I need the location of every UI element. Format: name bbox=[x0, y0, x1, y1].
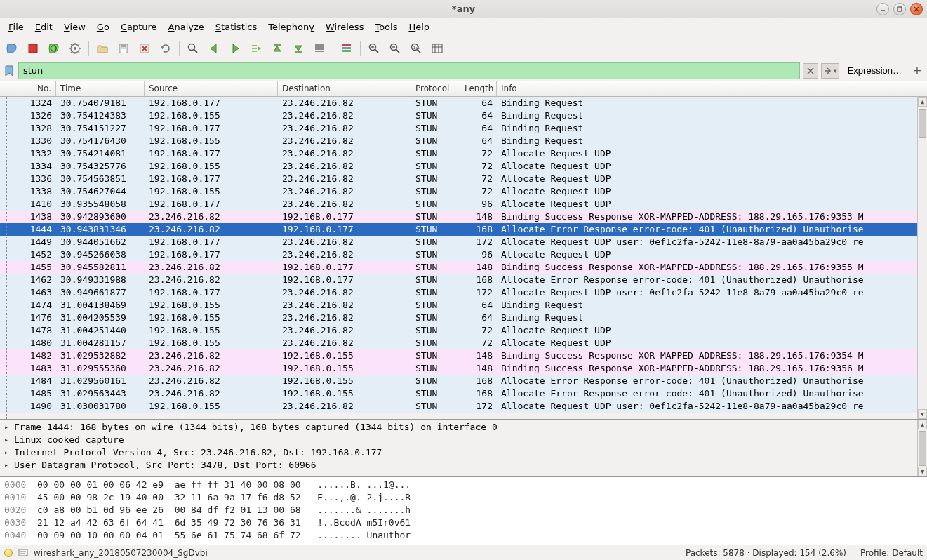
resize-columns-button[interactable] bbox=[428, 39, 446, 58]
tree-expand-icon[interactable]: ▸ bbox=[4, 421, 13, 434]
go-forward-button[interactable] bbox=[226, 39, 244, 58]
add-filter-button[interactable]: + bbox=[910, 63, 924, 79]
packet-row[interactable]: 148531.02956344323.246.216.82192.168.0.1… bbox=[0, 387, 927, 400]
packet-list-body[interactable]: 132430.754079181192.168.0.17723.246.216.… bbox=[0, 97, 927, 419]
column-header-length[interactable]: Length bbox=[460, 81, 497, 96]
packet-bytes-pane[interactable]: 0000 00 00 00 01 00 06 42 e9 ae ff ff 31… bbox=[0, 477, 927, 545]
close-file-button[interactable] bbox=[135, 39, 154, 58]
restart-capture-button[interactable] bbox=[45, 39, 63, 58]
packet-row[interactable]: 145230.945266038192.168.0.17723.246.216.… bbox=[0, 248, 927, 261]
zoom-in-button[interactable] bbox=[365, 39, 383, 58]
goto-first-button[interactable] bbox=[268, 39, 286, 58]
hex-line[interactable]: 0030 21 12 a4 42 63 6f 64 41 6d 35 49 72… bbox=[4, 516, 923, 529]
clear-filter-button[interactable] bbox=[803, 63, 818, 79]
stop-capture-button[interactable] bbox=[24, 39, 42, 58]
column-header-time[interactable]: Time bbox=[56, 81, 145, 96]
reload-file-button[interactable] bbox=[156, 39, 175, 58]
maximize-button[interactable] bbox=[893, 3, 906, 15]
tree-expand-icon[interactable]: ▸ bbox=[4, 459, 13, 472]
column-header-source[interactable]: Source bbox=[145, 81, 278, 96]
packet-row[interactable]: 146230.94933198823.246.216.82192.168.0.1… bbox=[0, 274, 927, 286]
menu-edit[interactable]: Edit bbox=[29, 20, 58, 34]
menu-statistics[interactable]: Statistics bbox=[210, 20, 262, 34]
packet-row[interactable]: 141030.935548058192.168.0.17723.246.216.… bbox=[0, 198, 927, 211]
packet-row[interactable]: 144930.944051662192.168.0.17723.246.216.… bbox=[0, 236, 927, 248]
packet-row[interactable]: 132430.754079181192.168.0.17723.246.216.… bbox=[0, 97, 927, 109]
expert-info-icon[interactable] bbox=[4, 549, 13, 557]
packet-row[interactable]: 133430.754325776192.168.0.15523.246.216.… bbox=[0, 160, 927, 173]
minimize-button[interactable] bbox=[876, 3, 889, 15]
column-header-protocol[interactable]: Protocol bbox=[411, 81, 460, 96]
packet-row[interactable]: 143830.94289360023.246.216.82192.168.0.1… bbox=[0, 211, 927, 223]
detail-tree-item[interactable]: ▸Linux cooked capture bbox=[0, 434, 927, 446]
detail-tree-item[interactable]: ▸User Datagram Protocol, Src Port: 3478,… bbox=[0, 459, 927, 472]
menu-telephony[interactable]: Telephony bbox=[262, 20, 320, 34]
packet-row[interactable]: 132630.754124383192.168.0.15523.246.216.… bbox=[0, 109, 927, 122]
expression-button[interactable]: Expression… bbox=[842, 63, 907, 79]
column-header-no[interactable]: No. bbox=[0, 81, 56, 96]
packet-row[interactable]: 147431.004138469192.168.0.15523.246.216.… bbox=[0, 299, 927, 312]
packet-row[interactable]: 148031.004281157192.168.0.15523.246.216.… bbox=[0, 337, 927, 349]
packet-row[interactable]: 146330.949661877192.168.0.17723.246.216.… bbox=[0, 286, 927, 299]
hex-line[interactable]: 0000 00 00 00 01 00 06 42 e9 ae ff ff 31… bbox=[4, 479, 923, 491]
scroll-thumb[interactable] bbox=[919, 431, 926, 466]
menu-wireless[interactable]: Wireless bbox=[320, 20, 369, 34]
goto-packet-button[interactable] bbox=[247, 39, 265, 58]
packet-row[interactable]: 132830.754151227192.168.0.17723.246.216.… bbox=[0, 122, 927, 135]
detail-tree-item[interactable]: ▸Internet Protocol Version 4, Src: 23.24… bbox=[0, 446, 927, 459]
hex-line[interactable]: 0040 00 09 00 10 00 00 04 01 55 6e 61 75… bbox=[4, 529, 923, 542]
cell-no: 1334 bbox=[0, 160, 56, 173]
menu-file[interactable]: File bbox=[3, 20, 29, 34]
scroll-down-arrow[interactable]: ▼ bbox=[918, 467, 927, 476]
scroll-thumb[interactable] bbox=[919, 109, 926, 138]
open-file-button[interactable] bbox=[93, 39, 112, 58]
zoom-reset-button[interactable]: 1:1 bbox=[407, 39, 425, 58]
packet-row[interactable]: 133230.754214081192.168.0.17723.246.216.… bbox=[0, 147, 927, 160]
goto-last-button[interactable] bbox=[289, 39, 307, 58]
details-scrollbar[interactable]: ▲ ▼ bbox=[917, 420, 927, 476]
packet-row[interactable]: 133830.754627044192.168.0.15523.246.216.… bbox=[0, 185, 927, 198]
capture-options-button[interactable] bbox=[66, 39, 84, 58]
packet-row[interactable]: 133030.754176430192.168.0.15523.246.216.… bbox=[0, 135, 927, 147]
detail-tree-item[interactable]: ▸Frame 1444: 168 bytes on wire (1344 bit… bbox=[0, 421, 927, 434]
capture-file-comments-icon[interactable] bbox=[18, 548, 28, 558]
packet-row[interactable]: 149031.030031780192.168.0.15523.246.216.… bbox=[0, 400, 927, 413]
packet-details-pane[interactable]: ▸Frame 1444: 168 bytes on wire (1344 bit… bbox=[0, 420, 927, 477]
close-button[interactable] bbox=[910, 3, 923, 15]
tree-expand-icon[interactable]: ▸ bbox=[4, 434, 13, 446]
packet-row[interactable]: 144430.94383134623.246.216.82192.168.0.1… bbox=[0, 223, 927, 236]
scroll-down-arrow[interactable]: ▼ bbox=[918, 409, 927, 419]
status-profile-label[interactable]: Profile: Default bbox=[860, 548, 923, 558]
bookmark-filter-icon[interactable] bbox=[3, 65, 15, 77]
hex-line[interactable]: 0010 45 00 00 98 2c 19 40 00 32 11 6a 9a… bbox=[4, 491, 923, 504]
column-header-info[interactable]: Info bbox=[497, 81, 927, 96]
zoom-out-button[interactable] bbox=[386, 39, 404, 58]
packet-row[interactable]: 147631.004205539192.168.0.15523.246.216.… bbox=[0, 312, 927, 324]
save-file-button[interactable] bbox=[114, 39, 133, 58]
auto-scroll-button[interactable] bbox=[310, 39, 328, 58]
menu-capture[interactable]: Capture bbox=[115, 20, 163, 34]
display-filter-input[interactable] bbox=[18, 62, 800, 79]
menu-analyze[interactable]: Analyze bbox=[163, 20, 210, 34]
find-packet-button[interactable] bbox=[184, 39, 202, 58]
menu-go[interactable]: Go bbox=[91, 20, 115, 34]
menu-tools[interactable]: Tools bbox=[369, 20, 403, 34]
tree-expand-icon[interactable]: ▸ bbox=[4, 446, 13, 459]
apply-filter-button[interactable]: ▾ bbox=[821, 63, 839, 79]
menu-view[interactable]: View bbox=[58, 20, 91, 34]
scroll-up-arrow[interactable]: ▲ bbox=[918, 420, 927, 429]
packet-row[interactable]: 145530.94558281123.246.216.82192.168.0.1… bbox=[0, 261, 927, 274]
column-header-destination[interactable]: Destination bbox=[278, 81, 411, 96]
packet-row[interactable]: 148231.02953288223.246.216.82192.168.0.1… bbox=[0, 349, 927, 362]
packet-row[interactable]: 133630.754563851192.168.0.17723.246.216.… bbox=[0, 173, 927, 185]
packet-row[interactable]: 148331.02955536023.246.216.82192.168.0.1… bbox=[0, 362, 927, 375]
start-capture-button[interactable] bbox=[3, 39, 21, 58]
packet-list-scrollbar[interactable]: ▲ ▼ bbox=[917, 97, 927, 419]
scroll-up-arrow[interactable]: ▲ bbox=[918, 97, 927, 107]
menu-help[interactable]: Help bbox=[403, 20, 435, 34]
packet-row[interactable]: 148431.02956016123.246.216.82192.168.0.1… bbox=[0, 375, 927, 387]
packet-row[interactable]: 147831.004251440192.168.0.15523.246.216.… bbox=[0, 324, 927, 337]
go-back-button[interactable] bbox=[205, 39, 223, 58]
hex-line[interactable]: 0020 c0 a8 00 b1 0d 96 ee 26 00 84 df f2… bbox=[4, 504, 923, 516]
colorize-button[interactable] bbox=[338, 39, 356, 58]
